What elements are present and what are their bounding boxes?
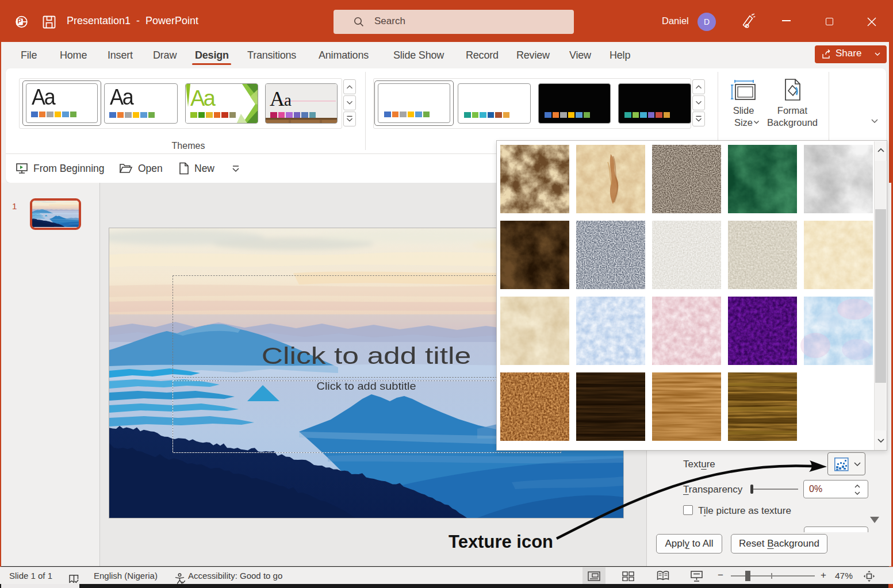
- svg-text:A: A: [270, 87, 285, 110]
- svg-text:a: a: [284, 91, 292, 109]
- svg-text:Aa: Aa: [190, 86, 216, 110]
- svg-text:P: P: [17, 18, 21, 25]
